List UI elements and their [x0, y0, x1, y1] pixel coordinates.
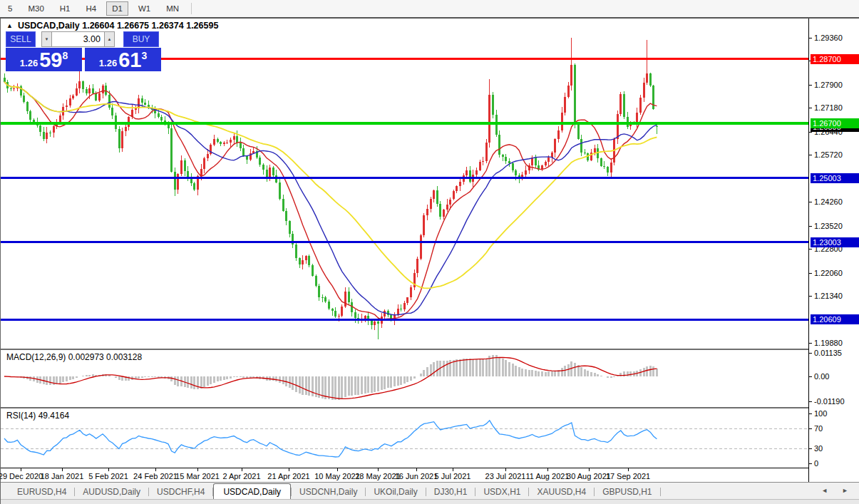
rsi-indicator-label: RSI(14) 49.4164 — [6, 411, 69, 421]
symbol-tab-audusd[interactable]: AUDUSD,Daily — [75, 484, 148, 500]
date-tick-label: 5 Feb 2021 — [88, 472, 128, 480]
timeframe-button-h1[interactable]: H1 — [54, 1, 76, 16]
level-price-badge: 1.25003 — [811, 173, 859, 183]
price-tick-label: 1.24260 — [814, 197, 843, 206]
rsi-tick-label: 70 — [814, 424, 823, 433]
timeframe-button-m30[interactable]: M30 — [22, 1, 49, 16]
timeframe-button-d1[interactable]: D1 — [106, 1, 128, 16]
rsi-tick-label: 100 — [814, 409, 827, 418]
date-tick-label: 24 Feb 2021 — [133, 472, 178, 480]
price-tick-mark — [809, 249, 812, 250]
tab-scroll-left-icon[interactable]: ◄ — [821, 487, 828, 494]
timeframe-toolbar: 5M30H1H4D1W1MN — [0, 0, 859, 17]
time-axis[interactable]: 29 Dec 202018 Jan 20215 Feb 202124 Feb 2… — [1, 468, 808, 483]
symbol-period-label: USDCAD,Daily — [18, 21, 80, 31]
date-tick-mark — [242, 468, 242, 471]
volume-decrease-button[interactable]: ▼ — [41, 31, 52, 47]
toolbar-separator — [191, 3, 192, 14]
sell-price-point: 8 — [62, 50, 68, 61]
price-tick-label: 1.22060 — [814, 269, 843, 277]
buy-price-point: 3 — [141, 50, 147, 61]
date-tick-mark — [155, 468, 156, 471]
price-axis[interactable]: 1.293601.286401.279001.271801.264401.257… — [808, 19, 859, 482]
symbol-tab-bar: EURUSD,H4AUDUSD,DailyUSDCHF,H4USDCAD,Dai… — [1, 482, 859, 500]
volume-input[interactable] — [52, 31, 104, 47]
panel-collapse-icon[interactable]: ▲ — [6, 22, 13, 29]
timeframe-button-w1[interactable]: W1 — [133, 1, 156, 16]
date-tick-mark — [628, 468, 629, 471]
bull-candle-wicks — [14, 38, 647, 330]
price-tick-mark — [809, 202, 812, 202]
symbol-tab-usdcnh[interactable]: USDCNH,Daily — [292, 484, 365, 500]
price-tick-label: 1.27900 — [814, 81, 843, 89]
date-tick-label: 29 Dec 2020 — [0, 472, 43, 480]
macd-signal-line — [4, 357, 657, 398]
volume-increase-button[interactable]: ▲ — [104, 31, 115, 47]
symbol-tab-usdcad[interactable]: USDCAD,Daily — [213, 483, 291, 500]
price-tick-label: 1.19880 — [814, 339, 843, 347]
macd-tick-mark — [809, 401, 812, 402]
timeframe-button-5[interactable]: 5 — [2, 1, 18, 16]
price-tick-mark — [809, 155, 812, 155]
rsi-tick-mark — [809, 448, 812, 449]
rsi-indicator-canvas[interactable] — [1, 408, 808, 468]
price-tick-mark — [809, 296, 812, 297]
level-price-badge: 1.23003 — [811, 237, 859, 247]
date-tick-label: 17 Sep 2021 — [606, 472, 650, 480]
tab-divider — [660, 488, 661, 496]
date-tick-mark — [505, 468, 506, 471]
buy-button[interactable]: BUY — [123, 31, 159, 47]
price-tick-label: 1.23520 — [814, 222, 843, 230]
date-tick-mark — [378, 468, 379, 471]
price-tick-mark — [809, 343, 812, 344]
buy-price-pips: 61 — [118, 49, 141, 71]
moving-average-line-45 — [4, 82, 657, 289]
rsi-tick-label: 0 — [814, 459, 818, 468]
tab-scroll-controls: ◄ ► — [821, 487, 848, 494]
macd-tick-mark — [809, 353, 812, 354]
symbol-tab-ukoil[interactable]: UKOil,Daily — [366, 484, 425, 500]
tab-scroll-right-icon[interactable]: ► — [842, 487, 848, 494]
symbol-tab-usdchf[interactable]: USDCHF,H4 — [149, 484, 212, 500]
date-tick-mark — [108, 468, 109, 471]
symbol-tab-eurusd[interactable]: EURUSD,H4 — [9, 484, 74, 500]
moving-average-line-10 — [4, 82, 657, 319]
symbol-tab-dj30[interactable]: DJ30,H1 — [426, 484, 475, 500]
rsi-tick-label: 30 — [814, 444, 823, 453]
date-tick-mark — [21, 468, 21, 471]
level-price-badge: 1.20609 — [811, 314, 859, 324]
date-tick-label: 11 Aug 2021 — [526, 472, 570, 480]
level-price-badge: 1.28700 — [811, 54, 859, 64]
price-tick-mark — [809, 226, 812, 227]
sell-button[interactable]: SELL — [6, 31, 36, 47]
timeframe-button-mn[interactable]: MN — [160, 1, 185, 16]
date-tick-mark — [337, 468, 338, 471]
timeframe-button-h4[interactable]: H4 — [80, 1, 102, 16]
sell-price-prefix: 1.26 — [20, 58, 38, 68]
date-tick-label: 15 Mar 2021 — [175, 472, 220, 480]
trading-terminal-window: 5M30H1H4D1W1MN ▲ USDCAD,Daily 1.26604 1.… — [0, 0, 859, 504]
status-strip — [1, 499, 859, 504]
symbol-tab-gbpusd[interactable]: GBPUSD,H1 — [595, 484, 659, 500]
buy-price-display[interactable]: 1.26 61 3 — [85, 48, 161, 71]
symbol-tab-usdx[interactable]: USDX,H1 — [475, 484, 528, 500]
date-tick-label: 23 Jul 2021 — [485, 472, 526, 480]
moving-average-line-20 — [4, 82, 657, 315]
price-tick-mark — [809, 132, 812, 133]
bear-candle-bodies — [4, 65, 658, 326]
macd-tick-label: -0.01190 — [814, 397, 845, 406]
ohlc-quote-label: 1.26604 1.26675 1.26374 1.26595 — [80, 21, 219, 31]
symbol-tab-xauusd[interactable]: XAUUSD,H4 — [529, 484, 594, 500]
chart-area: ▲ USDCAD,Daily 1.26604 1.26675 1.26374 1… — [0, 19, 859, 504]
price-tick-label: 1.27180 — [814, 103, 843, 112]
date-tick-mark — [547, 468, 548, 471]
one-click-trade-panel: SELL ▼ ▲ BUY 1.26 59 8 1.26 61 3 — [6, 31, 162, 71]
date-tick-label: 10 May 2021 — [314, 472, 360, 480]
price-tick-mark — [809, 38, 812, 38]
date-tick-mark — [589, 468, 590, 471]
rsi-tick-mark — [809, 428, 812, 429]
date-tick-mark — [416, 468, 417, 471]
date-tick-mark — [197, 468, 198, 471]
macd-indicator-label: MACD(12,26,9) 0.002973 0.003128 — [6, 352, 142, 362]
sell-price-display[interactable]: 1.26 59 8 — [6, 48, 82, 71]
